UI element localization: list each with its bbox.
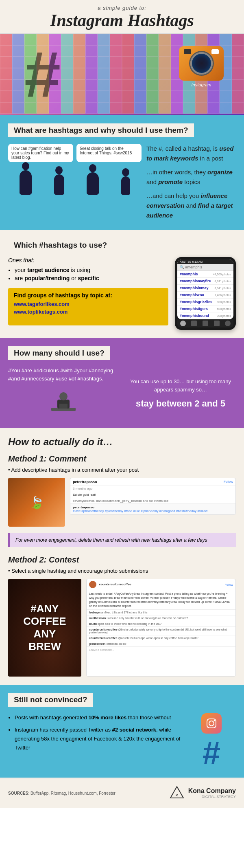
contest-post-box: counterculturecoffee Follow Last week to… xyxy=(86,579,236,677)
hero-section: // Generate mosaic cells (function() { c… xyxy=(0,34,244,115)
footer-company-sub: DIGITAL STRATEGY xyxy=(188,795,236,799)
nav-profile[interactable] xyxy=(225,321,231,326)
silhouette-3 xyxy=(87,172,99,195)
comment-demo: 🍃 petertrapasso Follow 3 months ago Edib… xyxy=(8,478,236,527)
what-content: How can #gamification help your sales te… xyxy=(8,144,236,220)
nav-heart[interactable] xyxy=(214,321,220,326)
svg-text:K: K xyxy=(176,793,178,797)
hashtag-count: 308 photos xyxy=(217,314,231,317)
instagram-camera-label: Instagram xyxy=(179,82,224,87)
nav-camera[interactable] xyxy=(203,321,208,326)
nav-home[interactable] xyxy=(180,321,186,326)
footer-logo-text: Kona Company DIGITAL STRATEGY xyxy=(188,787,236,799)
comment-follow-btn[interactable]: Follow xyxy=(224,480,233,484)
hashtag-row-5[interactable]: #memphistigers608 photos xyxy=(177,305,233,312)
comment-text-2: open also to those who are not residing … xyxy=(98,622,161,625)
contest-hashtag-display: #ANYCOFFEEANYBREW xyxy=(23,602,66,653)
insta-comment-box: petertrapasso Follow 3 months ago Edible… xyxy=(70,478,236,515)
howmany-right: You can use up to 30… but using too many… xyxy=(125,378,236,409)
hashtag-tag: #memphisbound xyxy=(180,314,209,318)
comment-header: petertrapasso Follow xyxy=(70,478,235,486)
nav-search[interactable] xyxy=(191,321,197,326)
engagement-tip-box: For even more engagement, delete them an… xyxy=(8,533,236,547)
comment-text-5: @mintex, do do xyxy=(106,642,126,645)
comment-reply-section: petertrapasso #love #photooftheday #pico… xyxy=(70,503,235,514)
header: a simple guide to: Instagram Hashtags xyxy=(0,0,244,34)
convince-bullet-1: Posts with hashtags generated 10% more l… xyxy=(15,713,181,722)
contest-demo: #ANYCOFFEEANYBREW counterculturecoffee F… xyxy=(8,579,236,677)
svg-rect-3 xyxy=(59,404,68,409)
phone-mockup: AT&T 3G 6:13 AM 🔍 #memphis #memphis44,30… xyxy=(175,257,236,330)
hashtag-row-6[interactable]: #memphisbound308 photos xyxy=(177,312,233,319)
contest-post-user: counterculturecoffee xyxy=(89,581,131,588)
camera-lens xyxy=(190,52,213,75)
hashtag-tag: #memphistigers xyxy=(180,307,208,311)
which-left: Ones that: your target audience is using… xyxy=(8,257,168,330)
method2-desc-text: Select a single hashtag and encourage ph… xyxy=(11,568,148,574)
comment-user-1: mintbesman xyxy=(89,617,106,620)
find-box: Find groups of hashtags by topic at: www… xyxy=(8,288,168,325)
convince-title: Still not convinced? xyxy=(14,695,87,704)
kona-logo-icon: K xyxy=(169,785,185,801)
camera-flash xyxy=(211,49,219,54)
hashtag-row-1[interactable]: #memphismayfire8,741 photos xyxy=(177,278,233,285)
phone-search-bar: 🔍 #memphis xyxy=(177,264,233,271)
hashtag-row-4[interactable]: #memphisgrizzlies908 photos xyxy=(177,299,233,305)
comment-input-placeholder[interactable]: Leave a comment... xyxy=(87,646,235,653)
what-title-bar: What are hashtags and why should I use t… xyxy=(8,123,194,137)
site-2: www.topliketags.com xyxy=(14,309,163,315)
hashtag-row-3[interactable]: #memphiszoo1,406 photos xyxy=(177,292,233,299)
silhouette-2 xyxy=(54,174,64,195)
hashtag-count: 8,741 photos xyxy=(215,280,231,283)
contest-follow-btn[interactable]: Follow xyxy=(225,583,233,586)
hashtag-tag: #memphisgrizzlies xyxy=(180,300,212,304)
comment-hashtag-tags: #love #photooftheday #picoftheday #food … xyxy=(73,509,233,513)
hashtag-row-0[interactable]: #memphis44,300 photos xyxy=(177,271,233,278)
howmany-content: #You #are #ridiculous #with #your #annoy… xyxy=(8,367,236,420)
silhouette-1 xyxy=(20,170,32,195)
method1-desc: • Add descriptive hashtags in a comment … xyxy=(8,467,236,473)
engagement-tip-text: For even more engagement, delete them an… xyxy=(15,537,207,543)
person-at-desk-icon xyxy=(47,387,80,420)
find-title: Find groups of hashtags by topic at: xyxy=(14,292,112,299)
what-left: How can #gamification help your sales te… xyxy=(8,144,142,220)
phone-search-text: #memphis xyxy=(185,265,203,269)
howmany-title-bar: How many should I use? xyxy=(8,346,110,360)
hashtag-spam-text: #You #are #ridiculous #with #your #annoy… xyxy=(8,367,119,382)
comment-time: 3 months ago xyxy=(70,486,235,491)
person-illustration xyxy=(8,387,119,420)
convince-content: Posts with hashtags generated 10% more l… xyxy=(8,713,236,769)
header-title: Instagram Hashtags xyxy=(8,11,236,30)
convince-bullet-2: Instagram has recently passed Twitter as… xyxy=(15,725,181,752)
which-bullet-2: are popular/trending or specific xyxy=(15,275,168,281)
big-hashtag-symbol: # xyxy=(203,737,221,769)
comment-user-4: counterculturecoffee xyxy=(89,637,118,639)
contest-avatar xyxy=(89,581,96,588)
comment-user-3: counterculturecoffee xyxy=(89,628,118,631)
hashtag-row-2[interactable]: #memphisinmay3,041 photos xyxy=(177,285,233,292)
hashtag-tag: #memphiszoo xyxy=(180,293,204,297)
convince-title-bar: Still not convinced? xyxy=(8,693,93,707)
silhouettes xyxy=(8,166,142,195)
hashtag-count: 908 photos xyxy=(217,301,231,303)
convince-left: Posts with hashtags generated 10% more l… xyxy=(8,713,181,769)
hashtag-count: 44,300 photos xyxy=(213,273,231,276)
hashtag-count: 3,041 photos xyxy=(215,287,231,290)
chat-bubbles: How can #gamification help your sales te… xyxy=(8,144,142,162)
contest-username: counterculturecoffee xyxy=(99,582,131,586)
howmany-title: How many should I use? xyxy=(14,349,105,358)
hashtag-count: 608 photos xyxy=(217,308,231,310)
howmany-bullet: You can use up to 30… but using too many… xyxy=(125,378,236,395)
contest-comments: leebage senfiver, tr3ia and 178 others l… xyxy=(87,609,235,646)
hashtag-tag: #memphisinmay xyxy=(180,286,209,290)
hero-camera: Instagram xyxy=(179,46,224,87)
comment-post-text: Edible gold leaf! xyxy=(70,491,235,498)
footer-sources: SOURCES: BufferApp, Ritemag, Househunt.c… xyxy=(8,791,115,795)
comment-text-4: @counterculturecope we're open to any co… xyxy=(118,637,198,639)
which-bullet-1: your target audience is using xyxy=(15,267,168,273)
stay-text: stay between 2 and 5 xyxy=(125,398,236,409)
section-what: What are hashtags and why should I use t… xyxy=(0,115,244,230)
contest-comment-1: mintbesman I assume only counter culture… xyxy=(87,615,235,621)
method2-section: Method 2: Contest • Select a single hash… xyxy=(8,555,236,677)
what-right: The #, called a hashtag, is used to mark… xyxy=(146,144,236,220)
